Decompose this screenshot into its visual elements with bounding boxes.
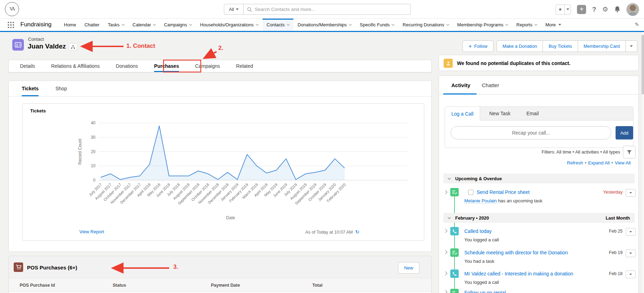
subtab-tickets[interactable]: Tickets (22, 86, 39, 96)
activity-title-link[interactable]: Mr Valdez called - Interested in making … (464, 271, 573, 276)
tab-chatter[interactable]: Chatter (482, 82, 499, 88)
nav-item-more[interactable]: More (541, 19, 565, 31)
global-search: All (224, 4, 411, 15)
activity-date: Feb 18 (580, 271, 623, 276)
notifications-bell-icon[interactable] (614, 6, 620, 13)
column-total[interactable]: Total (312, 283, 323, 288)
buy-tickets-button[interactable]: Buy Tickets (543, 40, 578, 52)
page-scrollbar[interactable] (641, 32, 644, 293)
nav-item-donations-memberships[interactable]: Donations/Memberships (293, 19, 356, 31)
search-input[interactable] (255, 7, 407, 12)
composer-tab-log-a-call[interactable]: Log a Call (445, 107, 480, 121)
section-upcoming-overdue[interactable]: Upcoming & Overdue (443, 174, 635, 183)
nav-item-tasks[interactable]: Tasks (104, 19, 128, 31)
activity-composer: Log a Call New Task Email Add (445, 106, 633, 148)
nav-item-reports[interactable]: Reports (512, 19, 541, 31)
section-february-2020[interactable]: February • 2020 Last Month (443, 213, 635, 223)
search-box[interactable] (244, 4, 411, 15)
activity-panel: Activity Chatter Log a Call New Task Ema… (439, 76, 639, 293)
pos-purchases-title[interactable]: POS Purchases (6+) (27, 265, 77, 271)
column-status[interactable]: Status (113, 283, 126, 288)
nav-item-specific-funds[interactable]: Specific Funds (356, 19, 398, 31)
view-report-link[interactable]: View Report (79, 229, 104, 234)
utility-icons: ★ + ? ⚙ (556, 0, 639, 19)
nav-item-calendar[interactable]: Calendar (128, 19, 160, 31)
subtab-shop[interactable]: Shop (55, 86, 67, 96)
record-action-buttons: +Follow Make a Donation Buy Tickets Memb… (463, 40, 637, 52)
app-launcher-waffle-icon[interactable] (7, 21, 15, 29)
svg-text:30: 30 (91, 135, 96, 140)
tab-donations[interactable]: Donations (116, 60, 138, 72)
pos-table-header: POS Purchase Id Status Payment Date Tota… (9, 278, 431, 292)
contact-badge-icon (15, 41, 21, 48)
tab-related[interactable]: Related (236, 60, 253, 72)
activity-title-link[interactable]: Called today (464, 228, 492, 234)
nav-item-membership-programs[interactable]: Membership Programs (453, 19, 512, 31)
tab-purchases[interactable]: Purchases (154, 60, 179, 72)
nav-item-home[interactable]: Home (60, 19, 80, 31)
nav-items: Home Chatter Tasks Calendar Campaigns Ho… (60, 19, 565, 31)
activity-date: Yesterday (580, 190, 623, 195)
tab-campaigns[interactable]: Campaigns (195, 60, 220, 72)
favorites-star-icon[interactable]: ★ (556, 5, 564, 14)
refresh-chart-icon[interactable]: ↻ (355, 229, 359, 235)
section-collapse-chevron-icon (448, 176, 451, 179)
person-link[interactable]: Melanie Poulain (464, 198, 497, 204)
column-payment-date[interactable]: Payment Date (211, 283, 240, 288)
org-logo: VA (5, 2, 19, 16)
row-actions-dropdown-button[interactable] (626, 189, 636, 197)
nav-item-chatter[interactable]: Chatter (80, 19, 104, 31)
search-scope-selector[interactable]: All (224, 4, 244, 15)
svg-text:20: 20 (91, 149, 96, 154)
filters-button[interactable] (623, 146, 636, 158)
edit-nav-pencil-icon[interactable]: ✎ (635, 21, 639, 28)
composer-tab-new-task[interactable]: New Task (489, 111, 510, 116)
user-avatar[interactable] (626, 3, 639, 16)
refresh-link[interactable]: Refresh (567, 160, 583, 165)
help-icon[interactable]: ? (592, 6, 596, 13)
tab-details[interactable]: Details (20, 60, 35, 72)
make-a-donation-button[interactable]: Make a Donation (497, 40, 543, 52)
view-all-link[interactable]: View All (615, 160, 631, 165)
expand-row-chevron-icon[interactable] (443, 290, 447, 293)
favorites-control: ★ (556, 5, 571, 14)
add-button[interactable]: Add (616, 126, 633, 139)
expand-all-link[interactable]: Expand All (588, 160, 610, 165)
expand-row-chevron-icon[interactable] (443, 271, 447, 275)
membership-card-button[interactable]: Membership Card (578, 40, 626, 52)
nav-item-recurring-donations[interactable]: Recurring Donations (398, 19, 453, 31)
expand-row-chevron-icon[interactable] (443, 190, 447, 194)
tab-relations-affiliations[interactable]: Relations & Affiliations (51, 60, 100, 72)
tickets-line-chart: 010203040July 2017August 2017October 201… (67, 117, 415, 223)
view-hierarchy-button[interactable] (69, 43, 77, 51)
chevron-down-icon (236, 8, 239, 10)
column-pos-purchase-id[interactable]: POS Purchase Id (20, 283, 55, 288)
row-actions-dropdown-button[interactable] (626, 228, 636, 236)
tab-activity[interactable]: Activity (451, 82, 470, 88)
composer-tab-email[interactable]: Email (526, 111, 539, 116)
activity-links: Refresh•Expand All•View All (439, 160, 631, 165)
activity-subtext: Melanie Poulain has an upcoming task (464, 198, 543, 203)
favorites-dropdown-icon[interactable] (564, 5, 571, 14)
nav-item-households-organizations[interactable]: Households/Organizations (196, 19, 262, 31)
task-checkbox[interactable] (468, 190, 473, 195)
global-actions-plus-icon[interactable]: + (577, 5, 586, 14)
scrollbar-thumb[interactable] (642, 35, 644, 95)
recap-call-input[interactable] (451, 126, 611, 139)
activity-title-link[interactable]: Schedule meeting with director for the D… (464, 250, 568, 255)
pos-cart-icon (14, 262, 23, 272)
annotation-text-2: 2. (218, 45, 223, 52)
new-pos-purchase-button[interactable]: New (398, 262, 419, 274)
row-actions-dropdown-button[interactable] (626, 249, 636, 257)
follow-button[interactable]: +Follow (463, 40, 493, 52)
expand-row-chevron-icon[interactable] (443, 250, 447, 254)
nav-item-campaigns[interactable]: Campaigns (160, 19, 196, 31)
svg-text:40: 40 (91, 121, 96, 125)
expand-row-chevron-icon[interactable] (443, 229, 447, 233)
activity-title-link[interactable]: Send Rental Price sheet (477, 189, 530, 195)
activity-title-link[interactable]: Follow up on rental (464, 290, 506, 293)
setup-gear-icon[interactable]: ⚙ (602, 5, 608, 13)
nav-item-contacts[interactable]: Contacts (263, 19, 293, 31)
more-actions-dropdown-button[interactable] (625, 40, 637, 52)
row-actions-dropdown-button[interactable] (626, 271, 636, 278)
